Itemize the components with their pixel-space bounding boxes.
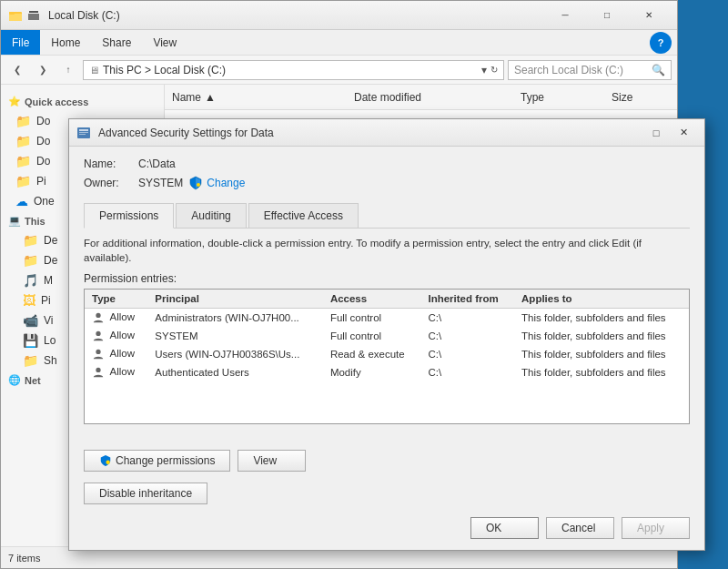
svg-point-9 bbox=[96, 331, 100, 336]
title-bar-controls: ─ □ ✕ bbox=[544, 1, 670, 30]
folder-icon: 📁 bbox=[23, 353, 38, 368]
user-row-icon bbox=[92, 366, 105, 379]
explorer-title-bar: Local Disk (C:) ─ □ ✕ bbox=[1, 1, 677, 30]
footer-left-buttons: Change permissions View bbox=[84, 450, 383, 472]
advanced-security-dialog: Advanced Security Settings for Data □ ✕ … bbox=[68, 118, 705, 551]
col-type-header: Type bbox=[85, 290, 147, 309]
menu-item-view[interactable]: View bbox=[142, 30, 187, 55]
sort-arrow: ▲ bbox=[205, 91, 216, 104]
table-row[interactable]: Allow Administrators (WIN-OJ7H00... Full… bbox=[85, 309, 689, 328]
folder-icon: 📁 bbox=[15, 154, 31, 168]
table-header-row: Type Principal Access Inherited from App… bbox=[85, 290, 689, 309]
search-box[interactable]: Search Local Disk (C:) 🔍 bbox=[508, 60, 672, 80]
dialog-controls: □ ✕ bbox=[642, 120, 697, 146]
up-button[interactable]: ↑ bbox=[57, 59, 79, 81]
forward-button[interactable]: ❯ bbox=[32, 59, 54, 81]
disable-inheritance-row: Disable inheritance bbox=[69, 483, 704, 512]
owner-value: SYSTEM bbox=[138, 177, 183, 189]
dialog-title: Advanced Security Settings for Data bbox=[98, 127, 642, 139]
svg-rect-1 bbox=[9, 14, 22, 21]
minimize-button[interactable]: ─ bbox=[544, 1, 586, 30]
cell-applies: This folder, subfolders and files bbox=[514, 345, 689, 363]
item-count: 7 items bbox=[8, 553, 40, 564]
cell-principal: Users (WIN-OJ7H00386S\Us... bbox=[147, 345, 323, 363]
tab-auditing[interactable]: Auditing bbox=[176, 203, 246, 228]
cell-type: Allow bbox=[85, 309, 147, 328]
permissions-table: Type Principal Access Inherited from App… bbox=[85, 290, 689, 381]
col-date[interactable]: Date modified bbox=[347, 91, 513, 104]
cancel-button[interactable]: Cancel bbox=[546, 517, 614, 539]
view-button[interactable]: View bbox=[238, 450, 306, 472]
cell-inherited: C:\ bbox=[420, 345, 514, 363]
onedrive-icon: ☁ bbox=[15, 194, 28, 208]
explorer-app-icon bbox=[8, 8, 23, 23]
maximize-button[interactable]: □ bbox=[586, 1, 628, 30]
help-icon[interactable]: ? bbox=[650, 32, 672, 54]
menu-bar: File Home Share View ? bbox=[1, 30, 677, 56]
col-applies-header: Applies to bbox=[514, 290, 689, 309]
folder-icon: 📁 bbox=[15, 114, 31, 128]
tab-effective-access[interactable]: Effective Access bbox=[248, 203, 359, 228]
col-principal-header: Principal bbox=[147, 290, 323, 309]
table-row[interactable]: Allow Authenticated Users Modify C:\ Thi… bbox=[85, 363, 689, 381]
name-value: C:\Data bbox=[138, 157, 176, 170]
name-label: Name: bbox=[84, 157, 138, 170]
cell-inherited: C:\ bbox=[420, 363, 514, 381]
name-field-row: Name: C:\Data bbox=[84, 157, 690, 170]
folder-icon: 📹 bbox=[23, 313, 38, 328]
col-name[interactable]: Name ▲ bbox=[165, 91, 347, 104]
svg-rect-5 bbox=[79, 132, 88, 133]
svg-rect-2 bbox=[9, 12, 15, 15]
folder-icon: 📁 bbox=[15, 174, 31, 188]
cell-access: Read & execute bbox=[323, 345, 421, 363]
folder-icon: 📁 bbox=[15, 134, 31, 148]
cell-access: Modify bbox=[323, 363, 421, 381]
svg-point-11 bbox=[96, 368, 100, 372]
cell-applies: This folder, subfolders and files bbox=[514, 327, 689, 345]
dialog-maximize-button[interactable]: □ bbox=[642, 120, 670, 146]
menu-item-home[interactable]: Home bbox=[40, 30, 91, 55]
column-headers: Name ▲ Date modified Type Size bbox=[165, 85, 677, 110]
dialog-title-bar: Advanced Security Settings for Data □ ✕ bbox=[69, 119, 704, 147]
menu-item-file[interactable]: File bbox=[1, 30, 40, 55]
folder-icon: 📁 bbox=[23, 253, 38, 268]
disk-icon: 💾 bbox=[23, 333, 38, 348]
quick-access-icon bbox=[26, 8, 41, 23]
dialog-body: Name: C:\Data Owner: SYSTEM Change Permi… bbox=[69, 147, 704, 442]
change-owner-link[interactable]: Change bbox=[188, 176, 245, 190]
cell-applies: This folder, subfolders and files bbox=[514, 309, 689, 328]
ok-cancel-apply-row: OK Cancel Apply bbox=[69, 512, 704, 550]
permissions-table-container[interactable]: Type Principal Access Inherited from App… bbox=[84, 289, 690, 424]
user-row-icon bbox=[92, 330, 105, 342]
close-button[interactable]: ✕ bbox=[628, 1, 670, 30]
folder-icon: 📁 bbox=[23, 233, 38, 248]
owner-field-row: Owner: SYSTEM Change bbox=[84, 176, 690, 190]
cell-access: Full control bbox=[323, 327, 421, 345]
table-row[interactable]: Allow SYSTEM Full control C:\ This folde… bbox=[85, 327, 689, 345]
svg-point-8 bbox=[96, 313, 100, 318]
address-bar: ❮ ❯ ↑ 🖥 This PC > Local Disk (C:) ▾ ↻ Se… bbox=[1, 56, 677, 85]
back-button[interactable]: ❮ bbox=[6, 59, 28, 81]
tabs-container: Permissions Auditing Effective Access bbox=[84, 203, 690, 229]
apply-button[interactable]: Apply bbox=[622, 517, 690, 539]
permission-entries-label: Permission entries: bbox=[84, 272, 690, 285]
change-permissions-button[interactable]: Change permissions bbox=[84, 450, 230, 472]
col-type[interactable]: Type bbox=[513, 91, 604, 104]
cell-type: Allow bbox=[85, 345, 147, 363]
svg-point-7 bbox=[197, 183, 200, 187]
dialog-title-icon bbox=[76, 126, 91, 140]
disable-inheritance-button[interactable]: Disable inheritance bbox=[84, 483, 207, 504]
user-row-icon bbox=[92, 348, 105, 361]
menu-item-share[interactable]: Share bbox=[91, 30, 142, 55]
svg-point-10 bbox=[96, 350, 100, 354]
col-inherited-header: Inherited from bbox=[420, 290, 514, 309]
tab-permissions[interactable]: Permissions bbox=[84, 203, 174, 229]
col-size[interactable]: Size bbox=[604, 91, 677, 104]
table-row[interactable]: Allow Users (WIN-OJ7H00386S\Us... Read &… bbox=[85, 345, 689, 363]
ok-button[interactable]: OK bbox=[470, 517, 539, 539]
address-input[interactable]: 🖥 This PC > Local Disk (C:) ▾ ↻ bbox=[83, 60, 504, 80]
dialog-close-button[interactable]: ✕ bbox=[670, 120, 697, 146]
sidebar-quick-access-header: ⭐ Quick access bbox=[1, 92, 164, 111]
cell-type: Allow bbox=[85, 327, 147, 345]
cell-principal: Authenticated Users bbox=[147, 363, 323, 381]
